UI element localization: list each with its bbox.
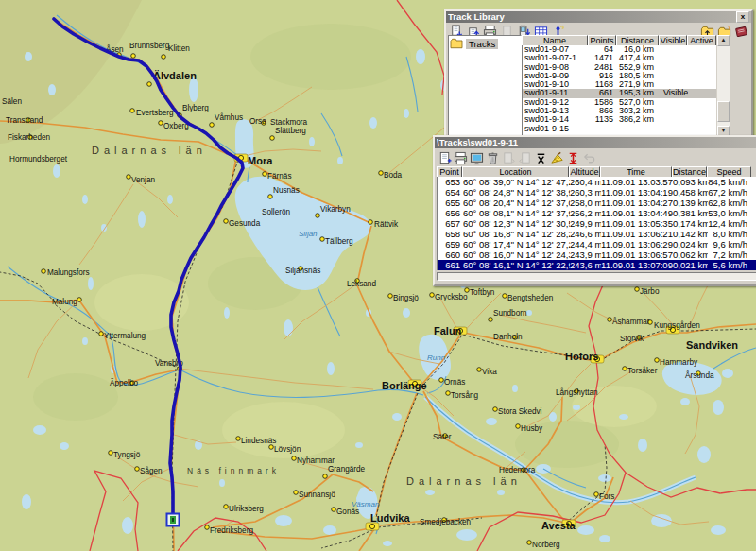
cell: 11.09.01 13:05:35 — [601, 218, 673, 229]
scrollbar-thumb[interactable] — [717, 101, 730, 122]
map-label-sunnansjö: Sunnansjö — [299, 491, 335, 499]
cell: 1168 — [589, 80, 617, 89]
map-label-rättvik: Rättvik — [374, 220, 399, 229]
map-label-oxberg: Oxberg — [163, 122, 189, 130]
cell: 1586 — [589, 98, 617, 107]
map-label-fors: Fors — [599, 492, 614, 501]
town-dot — [109, 451, 113, 456]
map-label-evertsberg: Evertsberg — [136, 109, 174, 117]
track-library-window[interactable]: Track Library x Tracks NamePointsDistanc… — [444, 9, 753, 137]
cell: 11.09.01 13:04:19 — [601, 187, 673, 198]
profile-icon[interactable] — [565, 150, 581, 165]
cell: 60° 08' 24,8'' N 14° 12' 38,9'' E — [463, 187, 570, 198]
region-label: Dalarnas län — [92, 145, 207, 156]
table-row[interactable]: swd01-9-121586527,0 km — [523, 98, 717, 107]
table-row[interactable]: 65760° 08' 12,3'' N 14° 12' 30,5'' E249,… — [438, 218, 756, 229]
table-row[interactable]: swd01-9-141135386,2 km — [523, 115, 717, 124]
cell: 11.09.01 13:06:29 — [601, 239, 673, 250]
table-row[interactable]: 65960° 08' 17,4'' N 14° 12' 27,2'' E244,… — [438, 239, 756, 250]
table-row[interactable]: swd01-9-15 — [523, 125, 717, 133]
table-row[interactable]: 65860° 08' 16,8'' N 14° 12' 28,2'' E246,… — [438, 229, 756, 239]
cell: 2481 — [589, 63, 617, 72]
table-row[interactable]: swd01-9-101168271,9 km — [523, 80, 717, 89]
cell: 5,6 km/h — [708, 260, 752, 270]
track-points-titlebar[interactable]: \Tracks\swd01-9-11 — [435, 137, 756, 148]
cell: 0,381 km — [673, 208, 708, 218]
table-row[interactable]: 65360° 08' 39,0'' N 14° 12' 47,2'' E260,… — [438, 177, 756, 187]
map-label-äppelbo: Äppelbo — [110, 378, 138, 387]
cell — [688, 89, 717, 97]
table-row[interactable]: swd01-9-076416,0 km — [523, 45, 717, 54]
map-label-torsåker: Torsåker — [627, 366, 658, 375]
map-label-våmhus: Våmhus — [215, 112, 243, 122]
map-label-ulriksberg: Ulriksberg — [229, 505, 264, 513]
map-label-vika: Vika — [482, 368, 497, 376]
town-dot — [439, 378, 444, 383]
track-list-scrollbar[interactable]: ▲ ▼ — [716, 35, 730, 137]
town-dot — [503, 294, 507, 299]
table-row[interactable]: swd01-9-082481552,9 km — [523, 63, 717, 72]
cell: 12,4 km/h — [708, 218, 752, 229]
map-label-åshammar: Åshammar — [612, 317, 650, 326]
tracks-tree-pane[interactable]: Tracks — [448, 35, 522, 139]
table-row[interactable]: swd01-9-07-11471417,4 km — [523, 54, 717, 62]
area-tool-icon[interactable] — [549, 150, 565, 165]
map-label-säter: Säter — [433, 433, 452, 441]
track-list[interactable]: swd01-9-076416,0 kmswd01-9-07-11471417,4… — [522, 45, 717, 136]
town-dot — [516, 424, 521, 429]
map-label-tällberg: Tällberg — [325, 237, 353, 246]
map-label-lövsjön: Lövsjön — [274, 445, 301, 454]
map-label-hormundsberget: Hormundsberget — [9, 155, 68, 164]
cell: 0,139 km — [673, 198, 708, 208]
map-label-norberg: Norberg — [532, 541, 560, 549]
map-label-lindesnäs: Lindesnäs — [241, 437, 276, 445]
new-point-icon[interactable] — [437, 150, 453, 165]
map-label-ludvika: Ludvika — [370, 512, 410, 524]
statistics-icon[interactable] — [533, 150, 549, 165]
map-label-yttermalung: Yttermalung — [104, 332, 146, 340]
cell: 53,0 km/h — [708, 208, 752, 218]
show-on-map-icon[interactable] — [469, 150, 485, 165]
table-row[interactable]: swd01-9-09916180,5 km — [523, 72, 717, 80]
map-label-hedemora: Hedemora — [499, 466, 536, 474]
points-table[interactable]: 65360° 08' 39,0'' N 14° 12' 47,2'' E260,… — [437, 177, 756, 270]
table-row[interactable]: 66060° 08' 16,0'' N 14° 12' 24,3'' E243,… — [438, 250, 756, 260]
map-label-boda: Boda — [384, 171, 403, 180]
table-row[interactable]: 65560° 08' 20,4'' N 14° 12' 37,0'' E258,… — [438, 198, 756, 208]
cell: 657 — [438, 218, 463, 229]
region-label: Dalarnas län — [406, 475, 522, 487]
town-dot — [388, 294, 393, 299]
town-dot — [205, 525, 210, 530]
close-icon[interactable]: x — [736, 11, 749, 23]
table-row[interactable]: 65660° 08' 08,1'' N 14° 12' 37,9'' E256,… — [438, 208, 756, 218]
table-row[interactable]: swd01-9-11661195,3 kmVisible — [523, 89, 717, 97]
delete-point-icon[interactable] — [485, 150, 501, 165]
cell — [660, 72, 688, 80]
scroll-up-icon[interactable]: ▲ — [717, 35, 730, 46]
cell: 0,142 km — [673, 229, 708, 239]
cell: 67,2 km/h — [708, 187, 752, 198]
library-book-icon[interactable] — [733, 24, 749, 39]
town-dot — [269, 445, 274, 450]
cell: 8,0 km/h — [708, 229, 752, 239]
tracks-folder-item[interactable]: Tracks — [449, 36, 521, 51]
track-points-window[interactable]: \Tracks\swd01-9-11 PointLocationAltitude… — [433, 135, 756, 286]
cell — [660, 45, 688, 54]
track-library-titlebar[interactable]: Track Library x — [446, 11, 751, 23]
table-row[interactable]: swd01-9-13866303,2 km — [523, 107, 717, 115]
cell — [688, 63, 717, 72]
cell: 1135 — [589, 115, 617, 124]
table-row[interactable]: 66160° 08' 16,1'' N 14° 12' 22,9'' E243,… — [438, 260, 756, 270]
cell: 249,9 m — [570, 218, 601, 229]
map-label-järbo: Järbo — [640, 287, 660, 296]
cell: 303,2 km — [617, 107, 660, 115]
cell: 243,6 m — [570, 260, 601, 270]
town-dot — [224, 505, 229, 509]
cell: 1471 — [589, 54, 617, 62]
map-label-gonäs: Gonäs — [336, 508, 359, 516]
table-row[interactable]: 65460° 08' 24,8'' N 14° 12' 38,9'' E260,… — [438, 187, 756, 198]
town-dot — [263, 172, 267, 177]
print-icon[interactable] — [453, 150, 469, 165]
cell — [688, 72, 717, 80]
folder-open-icon — [450, 38, 463, 49]
